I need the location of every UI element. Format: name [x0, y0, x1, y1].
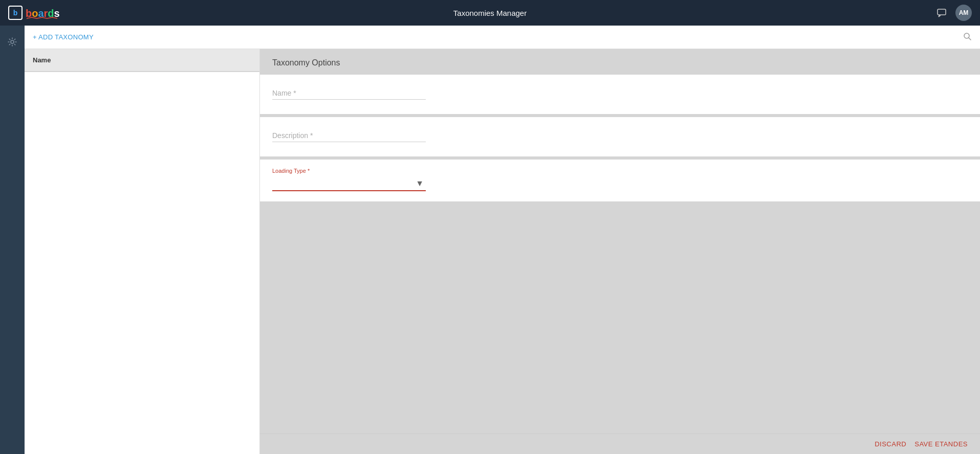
footer-actions: DISCARD SAVE ETANDES	[260, 434, 980, 454]
top-header: b boards Taxonomies Manager AM	[0, 0, 980, 26]
gray-filler-area	[260, 205, 980, 434]
sidebar-settings-icon[interactable]	[4, 34, 20, 50]
right-panel-title: Taxonomy Options	[260, 49, 980, 75]
chat-icon-button[interactable]	[934, 5, 949, 20]
name-field	[272, 85, 968, 100]
logo-text: boards	[26, 6, 61, 20]
icon-sidebar	[0, 26, 25, 454]
description-section	[260, 117, 980, 156]
toolbar: + ADD TAXONOMY	[25, 26, 980, 49]
avatar[interactable]: AM	[955, 5, 972, 21]
loading-type-dropdown-wrapper: Static Dynamic On-Demand ▼	[272, 176, 426, 191]
add-taxonomy-button[interactable]: + ADD TAXONOMY	[33, 33, 94, 41]
chat-icon	[937, 8, 947, 18]
search-button[interactable]	[963, 32, 972, 43]
name-input[interactable]	[272, 85, 426, 100]
logo[interactable]: b boards	[8, 6, 61, 20]
svg-rect-1	[938, 9, 946, 15]
svg-line-4	[969, 38, 971, 40]
body-split: Name Taxonomy Options	[25, 49, 980, 454]
list-header: Name	[25, 49, 259, 72]
gear-icon	[7, 37, 17, 47]
content-area: + ADD TAXONOMY Name Taxonomy Options	[25, 26, 980, 454]
loading-type-section: Loading Type * Static Dynamic On-Demand …	[260, 160, 980, 201]
header-actions: AM	[934, 5, 972, 21]
search-icon	[963, 32, 972, 41]
logo-icon: b	[8, 6, 23, 20]
main-layout: + ADD TAXONOMY Name Taxonomy Options	[0, 26, 980, 454]
description-input[interactable]	[272, 127, 426, 142]
name-section	[260, 75, 980, 114]
left-panel: Name	[25, 49, 260, 454]
loading-type-label: Loading Type *	[272, 168, 968, 174]
svg-point-2	[11, 40, 14, 43]
save-button[interactable]: SAVE ETANDES	[914, 440, 968, 448]
loading-type-select[interactable]: Static Dynamic On-Demand	[272, 176, 426, 191]
boards-logo-svg: boards	[26, 6, 61, 20]
discard-button[interactable]: DISCARD	[875, 440, 906, 448]
list-header-name-label: Name	[33, 56, 51, 64]
description-field	[272, 127, 968, 142]
taxonomy-list	[25, 72, 259, 454]
page-title: Taxonomies Manager	[453, 9, 527, 17]
right-panel: Taxonomy Options Loading Type *	[260, 49, 980, 454]
